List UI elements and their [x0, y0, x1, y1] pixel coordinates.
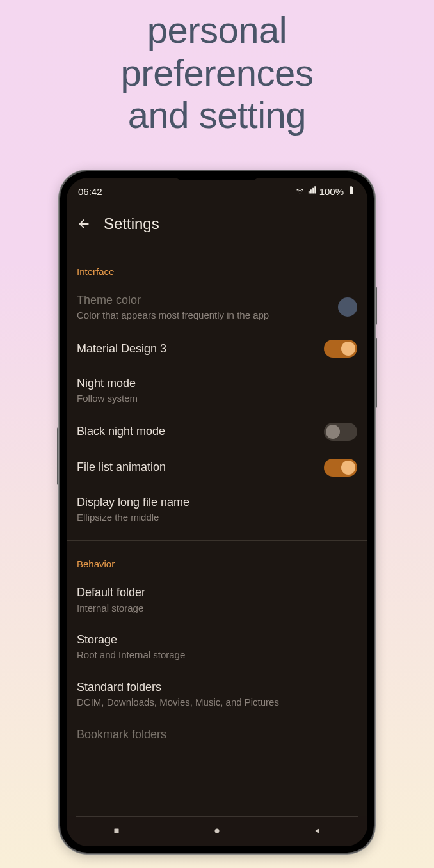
- row-title: Material Design 3: [77, 341, 316, 356]
- promo-title-line2: preferences: [0, 52, 434, 95]
- svg-rect-0: [115, 829, 119, 833]
- row-subtitle: Color that appears most frequently in th…: [77, 309, 330, 322]
- row-night-mode[interactable]: Night mode Follow system: [67, 367, 367, 414]
- switch-black-night-mode[interactable]: [324, 423, 357, 441]
- row-subtitle: Follow system: [77, 392, 357, 405]
- status-icons: 100%: [295, 185, 356, 197]
- row-title: Storage: [77, 632, 357, 647]
- row-text: Storage Root and Internal storage: [77, 632, 357, 661]
- row-text: Material Design 3: [77, 341, 316, 356]
- row-title: Bookmark folders: [77, 727, 357, 742]
- row-standard-folders[interactable]: Standard folders DCIM, Downloads, Movies…: [67, 670, 367, 718]
- back-button[interactable]: [72, 211, 97, 237]
- row-title: Standard folders: [77, 679, 357, 695]
- nav-home-button[interactable]: [191, 818, 243, 844]
- row-title: Theme color: [77, 292, 330, 308]
- device-side-button: [57, 427, 60, 485]
- row-bookmark-folders[interactable]: Bookmark folders: [67, 718, 367, 742]
- device-notch: [175, 174, 259, 180]
- row-title: Black night mode: [77, 423, 316, 439]
- nav-back-button[interactable]: [292, 818, 343, 844]
- triangle-left-icon: [313, 826, 322, 835]
- row-storage[interactable]: Storage Root and Internal storage: [67, 623, 367, 670]
- device-mockup: 06:42 100%: [60, 171, 374, 853]
- section-header-interface: Interface: [67, 248, 367, 283]
- row-title: Default folder: [77, 585, 357, 600]
- row-title: Night mode: [77, 375, 357, 391]
- promo-title: personal preferences and setting: [0, 0, 434, 137]
- circle-icon: [213, 826, 221, 835]
- arrow-left-icon: [77, 217, 92, 231]
- theme-color-swatch[interactable]: [338, 297, 357, 317]
- row-text: Black night mode: [77, 423, 316, 439]
- app-header: Settings: [67, 201, 367, 248]
- row-subtitle: Internal storage: [77, 602, 357, 615]
- row-text: Night mode Follow system: [77, 375, 357, 405]
- row-title: File list animation: [77, 459, 316, 475]
- promo-title-line3: and setting: [0, 94, 434, 137]
- battery-text: 100%: [319, 186, 344, 197]
- device-side-button: [374, 287, 377, 325]
- promo-title-line1: personal: [0, 9, 434, 52]
- status-time: 06:42: [78, 186, 102, 197]
- row-subtitle: Ellipsize the middle: [77, 511, 357, 524]
- row-theme-color[interactable]: Theme color Color that appears most freq…: [67, 283, 367, 331]
- svg-point-1: [214, 829, 219, 833]
- row-material-design-3[interactable]: Material Design 3: [67, 331, 367, 367]
- device-frame: 06:42 100%: [60, 171, 374, 853]
- row-file-list-animation[interactable]: File list animation: [67, 450, 367, 485]
- row-text: Default folder Internal storage: [77, 585, 357, 614]
- row-title: Display long file name: [77, 494, 357, 510]
- row-text: Display long file name Ellipsize the mid…: [77, 494, 357, 524]
- device-side-button: [374, 338, 377, 408]
- system-nav-bar: [67, 816, 367, 846]
- switch-material-design-3[interactable]: [324, 340, 357, 358]
- wifi-icon: [295, 185, 305, 197]
- row-text: Theme color Color that appears most freq…: [77, 292, 330, 322]
- row-text: Standard folders DCIM, Downloads, Movies…: [77, 679, 357, 709]
- signal-icon: [307, 185, 317, 197]
- battery-icon: [346, 185, 356, 197]
- row-text: Bookmark folders: [77, 727, 357, 742]
- settings-list[interactable]: Interface Theme color Color that appears…: [67, 248, 367, 742]
- row-default-folder[interactable]: Default folder Internal storage: [67, 576, 367, 623]
- page-title: Settings: [104, 215, 159, 233]
- square-icon: [112, 826, 121, 835]
- row-subtitle: DCIM, Downloads, Movies, Music, and Pict…: [77, 696, 357, 709]
- row-subtitle: Root and Internal storage: [77, 649, 357, 661]
- row-text: File list animation: [77, 459, 316, 475]
- row-display-long-file-name[interactable]: Display long file name Ellipsize the mid…: [67, 485, 367, 533]
- status-bar: 06:42 100%: [67, 178, 367, 201]
- screen: 06:42 100%: [67, 178, 367, 846]
- row-black-night-mode[interactable]: Black night mode: [67, 414, 367, 450]
- nav-recents-button[interactable]: [91, 818, 142, 844]
- section-header-behavior: Behavior: [67, 541, 367, 576]
- switch-file-list-animation[interactable]: [324, 459, 357, 477]
